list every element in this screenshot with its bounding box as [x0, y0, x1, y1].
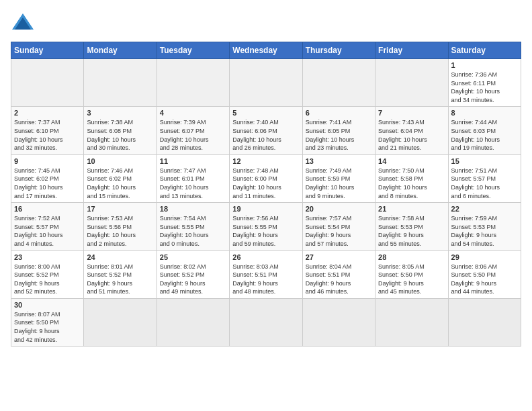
day-number: 24	[87, 253, 153, 261]
weekday-header-tuesday: Tuesday	[157, 42, 229, 59]
day-number: 9	[14, 157, 81, 165]
day-number: 1	[451, 61, 518, 69]
calendar-day-cell	[157, 298, 229, 346]
calendar-day-cell: 30Sunrise: 8:07 AM Sunset: 5:50 PM Dayli…	[11, 298, 84, 346]
calendar-day-cell	[375, 298, 448, 346]
calendar-day-cell: 27Sunrise: 8:04 AM Sunset: 5:51 PM Dayli…	[302, 250, 375, 298]
calendar-week-row: 30Sunrise: 8:07 AM Sunset: 5:50 PM Dayli…	[11, 298, 521, 346]
calendar-day-cell	[448, 298, 521, 346]
day-number: 20	[306, 205, 372, 213]
day-info: Sunrise: 7:56 AM Sunset: 5:55 PM Dayligh…	[232, 214, 299, 248]
weekday-header-friday: Friday	[375, 42, 448, 59]
day-number: 13	[306, 157, 372, 165]
calendar-day-cell: 14Sunrise: 7:50 AM Sunset: 5:58 PM Dayli…	[375, 154, 448, 202]
calendar-day-cell	[302, 59, 375, 107]
calendar-day-cell: 18Sunrise: 7:54 AM Sunset: 5:55 PM Dayli…	[157, 203, 229, 250]
calendar-day-cell: 6Sunrise: 7:41 AM Sunset: 6:05 PM Daylig…	[302, 107, 375, 154]
day-info: Sunrise: 8:04 AM Sunset: 5:51 PM Dayligh…	[306, 263, 372, 296]
day-info: Sunrise: 7:38 AM Sunset: 6:08 PM Dayligh…	[87, 118, 153, 152]
calendar-day-cell	[11, 59, 84, 107]
day-number: 21	[378, 205, 445, 213]
calendar-day-cell: 9Sunrise: 7:45 AM Sunset: 6:02 PM Daylig…	[11, 154, 84, 202]
weekday-header-wednesday: Wednesday	[230, 42, 302, 59]
calendar-day-cell: 5Sunrise: 7:40 AM Sunset: 6:06 PM Daylig…	[230, 107, 302, 154]
day-info: Sunrise: 7:48 AM Sunset: 6:00 PM Dayligh…	[232, 167, 299, 200]
calendar-day-cell: 4Sunrise: 7:39 AM Sunset: 6:07 PM Daylig…	[157, 107, 229, 154]
day-number: 2	[14, 109, 81, 117]
calendar-week-row: 2Sunrise: 7:37 AM Sunset: 6:10 PM Daylig…	[11, 107, 521, 154]
calendar-day-cell: 16Sunrise: 7:52 AM Sunset: 5:57 PM Dayli…	[11, 203, 84, 250]
day-number: 27	[306, 253, 372, 261]
calendar-day-cell: 23Sunrise: 8:00 AM Sunset: 5:52 PM Dayli…	[11, 250, 84, 298]
calendar-day-cell	[157, 59, 229, 107]
day-info: Sunrise: 7:54 AM Sunset: 5:55 PM Dayligh…	[160, 214, 226, 248]
calendar-day-cell: 12Sunrise: 7:48 AM Sunset: 6:00 PM Dayli…	[230, 154, 302, 202]
calendar-day-cell: 24Sunrise: 8:01 AM Sunset: 5:52 PM Dayli…	[84, 250, 157, 298]
day-number: 5	[232, 109, 299, 117]
day-info: Sunrise: 8:05 AM Sunset: 5:50 PM Dayligh…	[378, 263, 445, 296]
day-number: 14	[378, 157, 445, 165]
day-number: 15	[451, 157, 518, 165]
calendar-day-cell	[375, 59, 448, 107]
calendar-day-cell	[84, 298, 157, 346]
calendar-week-row: 16Sunrise: 7:52 AM Sunset: 5:57 PM Dayli…	[11, 203, 521, 250]
day-info: Sunrise: 7:44 AM Sunset: 6:03 PM Dayligh…	[451, 118, 518, 152]
day-info: Sunrise: 7:47 AM Sunset: 6:01 PM Dayligh…	[160, 167, 226, 200]
weekday-header-row: SundayMondayTuesdayWednesdayThursdayFrid…	[11, 42, 521, 59]
calendar-day-cell: 26Sunrise: 8:03 AM Sunset: 5:51 PM Dayli…	[230, 250, 302, 298]
calendar-day-cell: 10Sunrise: 7:46 AM Sunset: 6:02 PM Dayli…	[84, 154, 157, 202]
calendar-day-cell: 3Sunrise: 7:38 AM Sunset: 6:08 PM Daylig…	[84, 107, 157, 154]
logo-icon	[11, 11, 35, 35]
weekday-header-sunday: Sunday	[11, 42, 84, 59]
calendar-day-cell: 11Sunrise: 7:47 AM Sunset: 6:01 PM Dayli…	[157, 154, 229, 202]
calendar-day-cell: 13Sunrise: 7:49 AM Sunset: 5:59 PM Dayli…	[302, 154, 375, 202]
day-number: 23	[14, 253, 81, 261]
calendar-table: SundayMondayTuesdayWednesdayThursdayFrid…	[11, 42, 521, 347]
calendar-day-cell	[230, 298, 302, 346]
day-info: Sunrise: 7:36 AM Sunset: 6:11 PM Dayligh…	[451, 71, 518, 104]
day-number: 6	[306, 109, 372, 117]
weekday-header-monday: Monday	[84, 42, 157, 59]
calendar-week-row: 23Sunrise: 8:00 AM Sunset: 5:52 PM Dayli…	[11, 250, 521, 298]
page-header	[11, 11, 521, 35]
calendar-day-cell: 1Sunrise: 7:36 AM Sunset: 6:11 PM Daylig…	[448, 59, 521, 107]
calendar-day-cell: 20Sunrise: 7:57 AM Sunset: 5:54 PM Dayli…	[302, 203, 375, 250]
day-number: 18	[160, 205, 226, 213]
calendar-day-cell: 2Sunrise: 7:37 AM Sunset: 6:10 PM Daylig…	[11, 107, 84, 154]
calendar-day-cell: 17Sunrise: 7:53 AM Sunset: 5:56 PM Dayli…	[84, 203, 157, 250]
calendar-day-cell: 15Sunrise: 7:51 AM Sunset: 5:57 PM Dayli…	[448, 154, 521, 202]
day-info: Sunrise: 7:43 AM Sunset: 6:04 PM Dayligh…	[378, 118, 445, 152]
calendar-day-cell: 8Sunrise: 7:44 AM Sunset: 6:03 PM Daylig…	[448, 107, 521, 154]
calendar-day-cell: 28Sunrise: 8:05 AM Sunset: 5:50 PM Dayli…	[375, 250, 448, 298]
day-info: Sunrise: 8:06 AM Sunset: 5:50 PM Dayligh…	[451, 263, 518, 296]
day-info: Sunrise: 8:02 AM Sunset: 5:52 PM Dayligh…	[160, 263, 226, 296]
day-info: Sunrise: 7:41 AM Sunset: 6:05 PM Dayligh…	[306, 118, 372, 152]
day-number: 25	[160, 253, 226, 261]
calendar-day-cell	[84, 59, 157, 107]
day-number: 19	[232, 205, 299, 213]
calendar-day-cell	[230, 59, 302, 107]
day-number: 8	[451, 109, 518, 117]
calendar-day-cell: 22Sunrise: 7:59 AM Sunset: 5:53 PM Dayli…	[448, 203, 521, 250]
day-info: Sunrise: 7:45 AM Sunset: 6:02 PM Dayligh…	[14, 167, 81, 200]
day-number: 28	[378, 253, 445, 261]
day-info: Sunrise: 7:57 AM Sunset: 5:54 PM Dayligh…	[306, 214, 372, 248]
calendar-day-cell	[302, 298, 375, 346]
day-info: Sunrise: 7:39 AM Sunset: 6:07 PM Dayligh…	[160, 118, 226, 152]
calendar-day-cell: 7Sunrise: 7:43 AM Sunset: 6:04 PM Daylig…	[375, 107, 448, 154]
day-number: 10	[87, 157, 153, 165]
day-number: 17	[87, 205, 153, 213]
calendar-day-cell: 29Sunrise: 8:06 AM Sunset: 5:50 PM Dayli…	[448, 250, 521, 298]
day-number: 16	[14, 205, 81, 213]
day-number: 11	[160, 157, 226, 165]
day-info: Sunrise: 7:51 AM Sunset: 5:57 PM Dayligh…	[451, 167, 518, 200]
day-info: Sunrise: 7:37 AM Sunset: 6:10 PM Dayligh…	[14, 118, 81, 152]
day-info: Sunrise: 7:59 AM Sunset: 5:53 PM Dayligh…	[451, 214, 518, 248]
day-number: 22	[451, 205, 518, 213]
day-number: 3	[87, 109, 153, 117]
day-info: Sunrise: 8:01 AM Sunset: 5:52 PM Dayligh…	[87, 263, 153, 296]
day-info: Sunrise: 8:03 AM Sunset: 5:51 PM Dayligh…	[232, 263, 299, 296]
day-info: Sunrise: 7:40 AM Sunset: 6:06 PM Dayligh…	[232, 118, 299, 152]
weekday-header-saturday: Saturday	[448, 42, 521, 59]
day-number: 4	[160, 109, 226, 117]
